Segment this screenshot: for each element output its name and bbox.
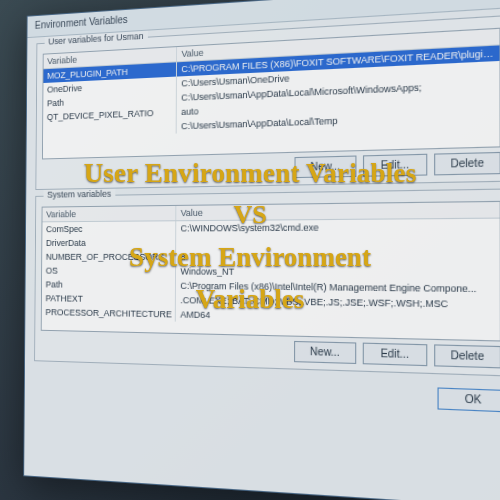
system-variables-group: System variables Variable Value ComSpec …	[34, 188, 500, 376]
env-variables-dialog: Environment Variables User variables for…	[23, 0, 500, 500]
new-button[interactable]: New...	[294, 341, 356, 364]
user-variables-group: User variables for Usman Variable Value …	[35, 15, 500, 190]
table-row[interactable]: ComSpec C:\WINDOWS\system32\cmd.exe	[42, 219, 499, 236]
new-button[interactable]: New...	[294, 156, 356, 179]
edit-button[interactable]: Edit...	[363, 154, 427, 177]
system-group-label: System variables	[44, 189, 115, 200]
delete-button[interactable]: Delete	[434, 152, 500, 176]
col-header-variable[interactable]: Variable	[42, 206, 176, 221]
table-row[interactable]: DriverData	[42, 234, 500, 250]
edit-button[interactable]: Edit...	[363, 343, 428, 367]
delete-button[interactable]: Delete	[434, 344, 500, 368]
ok-button[interactable]: OK	[438, 387, 500, 412]
system-variables-list[interactable]: Variable Value ComSpec C:\WINDOWS\system…	[41, 201, 500, 342]
user-variables-list[interactable]: Variable Value MOZ_PLUGIN_PATH C:\PROGRA…	[42, 28, 500, 160]
window-title: Environment Variables	[35, 14, 128, 31]
col-header-value[interactable]: Value	[177, 202, 500, 220]
